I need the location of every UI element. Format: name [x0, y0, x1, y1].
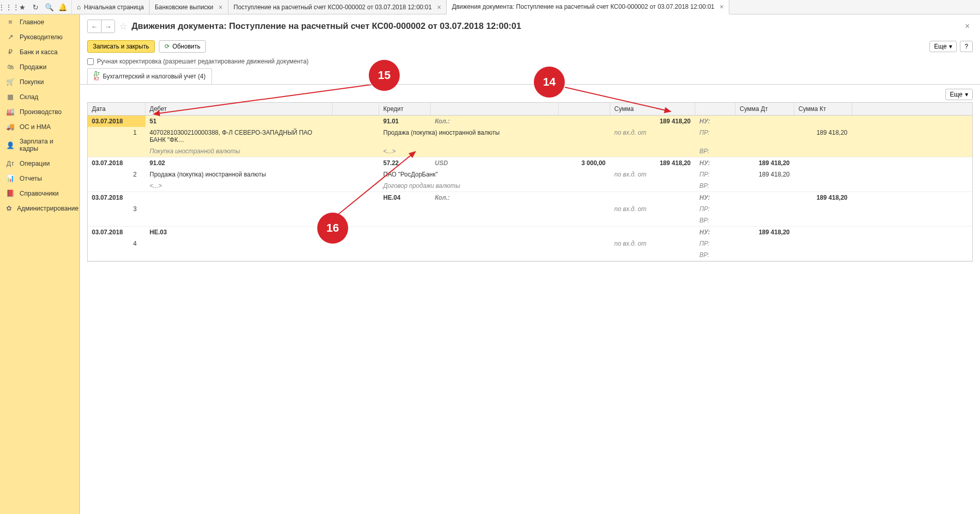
back-button[interactable]: ← [88, 20, 101, 33]
sidebar-icon: 👤 [6, 141, 14, 149]
sidebar-label: Администрирование [17, 205, 78, 212]
close-icon[interactable]: × [219, 3, 223, 11]
tab-label: Поступление на расчетный счет КС00-00000… [234, 4, 432, 11]
tab[interactable]: ⌂Начальная страница [72, 0, 150, 14]
help-button[interactable]: ? [960, 41, 973, 52]
col-sdt[interactable]: Сумма Дт [736, 103, 794, 115]
close-icon[interactable]: × [720, 3, 724, 11]
cell-credit-acc: 57.22 [379, 157, 431, 169]
refresh-button[interactable]: ⟳Обновить [159, 40, 206, 53]
col-nu[interactable] [695, 103, 736, 115]
cell-sum: 189 418,20 [610, 116, 695, 127]
header-row: ← → ☆ Движения документа: Поступление на… [80, 14, 980, 38]
refresh-icon: ⟳ [165, 43, 170, 50]
save-close-button[interactable]: Записать и закрыть [87, 40, 155, 53]
forward-button[interactable]: → [101, 20, 115, 33]
grid-head: Дата Дебет Кредит Сумма Сумма Дт Сумма К… [88, 103, 972, 116]
sidebar-item[interactable]: ▦Склад [0, 89, 79, 104]
sidebar-icon: 🛍 [6, 63, 14, 71]
table-row[interactable]: 03.07.20185191.01Кол.:189 418,20НУ:14070… [88, 116, 972, 157]
sidebar-item[interactable]: ↗Руководителю [0, 29, 79, 44]
sidebar-label: Справочники [20, 190, 59, 197]
col-debit2[interactable] [333, 103, 379, 115]
cell-sum: 189 418,20 [610, 157, 695, 169]
page-title: Движения документа: Поступление на расче… [132, 21, 521, 31]
cell-date: 03.07.2018 [88, 157, 145, 169]
grid: Дата Дебет Кредит Сумма Сумма Дт Сумма К… [87, 102, 973, 262]
sidebar-item[interactable]: 🛒Покупки [0, 74, 79, 89]
cell-credit-acc: НЕ.04 [379, 192, 431, 203]
sidebar-item[interactable]: ДтОперации [0, 156, 79, 171]
sidebar-item[interactable]: 📊Отчеты [0, 171, 79, 186]
action-bar: Записать и закрыть ⟳Обновить Еще ▾ ? [80, 38, 980, 57]
sidebar-icon: ↗ [6, 33, 14, 41]
col-credit3[interactable] [559, 103, 610, 115]
sidebar-icon: ≡ [6, 18, 14, 26]
table-row[interactable]: 03.07.2018НЕ.03НУ:189 418,204по вх.д. от… [88, 227, 972, 261]
star-icon[interactable]: ★ [15, 0, 29, 14]
col-debit[interactable]: Дебет [145, 103, 333, 115]
table-row[interactable]: 03.07.2018НЕ.04Кол.:НУ:189 418,203по вх.… [88, 192, 972, 227]
cell-credit-acc [379, 227, 431, 238]
cell-num: 2 [88, 169, 145, 180]
col-skt[interactable]: Сумма Кт [794, 103, 852, 115]
tabs: ⌂Начальная страницаБанковские выписки×По… [72, 0, 980, 14]
sidebar-item[interactable]: ≡Главное [0, 14, 79, 29]
tab[interactable]: Движения документа: Поступление на расче… [447, 0, 729, 14]
manual-edit-checkbox[interactable] [87, 58, 94, 65]
bell-icon[interactable]: 🔔 [56, 0, 69, 14]
tab[interactable]: Поступление на расчетный счет КС00-00000… [228, 0, 447, 14]
tab-label: Банковские выписки [155, 4, 214, 11]
col-credit[interactable]: Кредит [379, 103, 431, 115]
nav-buttons: ← → [87, 20, 115, 33]
tab-strip: ДтКт Бухгалтерский и налоговый учет (4) [80, 68, 980, 85]
table-more-button[interactable]: Еще ▾ [945, 89, 973, 100]
sidebar-label: Производство [20, 108, 62, 116]
sidebar-icon: 🏭 [6, 108, 14, 116]
cell-sum [610, 227, 695, 238]
table-wrap: Еще ▾ Дата Дебет Кредит Сумма Сумма Дт С… [80, 85, 980, 514]
tab-accounting[interactable]: ДтКт Бухгалтерский и налоговый учет (4) [87, 68, 212, 84]
sidebar-icon: ▦ [6, 93, 14, 101]
sidebar-item[interactable]: ₽Банк и касса [0, 44, 79, 59]
sidebar-label: Главное [20, 19, 44, 26]
search-icon[interactable]: 🔍 [42, 0, 56, 14]
close-page-icon[interactable]: × [965, 22, 973, 31]
sidebar-item[interactable]: 🛍Продажи [0, 59, 79, 74]
sidebar-icon: 📕 [6, 189, 14, 197]
favorite-icon[interactable]: ☆ [119, 21, 127, 32]
sidebar-label: Склад [20, 93, 38, 101]
col-credit2[interactable] [431, 103, 559, 115]
table-row[interactable]: 03.07.201891.0257.22USD3 000,00189 418,2… [88, 157, 972, 192]
tab-label: Движения документа: Поступление на расче… [452, 3, 714, 10]
cell-num: 3 [88, 203, 145, 215]
sidebar-item[interactable]: 🏭Производство [0, 104, 79, 119]
history-icon[interactable]: ↻ [29, 0, 42, 14]
sidebar-item[interactable]: 🚚ОС и НМА [0, 119, 79, 134]
cell-credit-acc: 91.01 [379, 116, 431, 127]
col-sum[interactable]: Сумма [610, 103, 695, 115]
col-date[interactable]: Дата [88, 103, 145, 115]
sidebar-icon: Дт [6, 159, 14, 167]
sidebar-label: ОС и НМА [20, 123, 51, 131]
cell-date: 03.07.2018 [88, 227, 145, 238]
sidebar-label: Зарплата и кадры [20, 138, 73, 152]
apps-icon[interactable]: ⋮⋮⋮ [2, 0, 15, 14]
sidebar-item[interactable]: 👤Зарплата и кадры [0, 134, 79, 156]
tab-label: Начальная страница [84, 4, 144, 11]
tab[interactable]: Банковские выписки× [150, 0, 228, 14]
sidebar-icon: ₽ [6, 48, 14, 56]
more-button[interactable]: Еще ▾ [929, 41, 957, 52]
sidebar-icon: 🛒 [6, 78, 14, 86]
cell-num: 1 [88, 127, 145, 146]
close-icon[interactable]: × [437, 3, 441, 11]
home-icon: ⌂ [77, 3, 81, 11]
sidebar-item[interactable]: 📕Справочники [0, 186, 79, 201]
manual-edit-row: Ручная корректировка (разрешает редактир… [80, 57, 980, 68]
cell-debit-acc: НЕ.03 [145, 227, 333, 238]
sidebar-label: Отчеты [20, 175, 42, 182]
cell-sum [610, 192, 695, 203]
sidebar-label: Руководителю [20, 34, 62, 41]
sidebar-item[interactable]: ✿Администрирование [0, 201, 79, 216]
sidebar-icon: 🚚 [6, 123, 14, 131]
